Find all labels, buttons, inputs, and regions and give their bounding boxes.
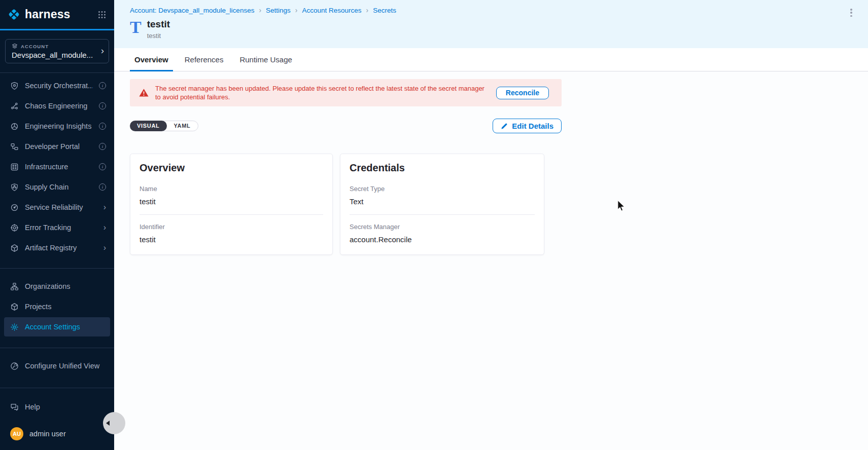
- account-label: ACCOUNT: [21, 44, 49, 49]
- breadcrumb-item: Account: Devspace_all_module_licenses: [130, 7, 254, 14]
- sidebar-item-projects[interactable]: Projects: [4, 297, 110, 316]
- chevron-right-icon: [103, 223, 106, 232]
- flowchart-icon: [10, 142, 19, 151]
- toggle-yaml[interactable]: YAML: [167, 121, 198, 131]
- sidebar-item-supply-chain[interactable]: Supply Chain: [0, 177, 114, 197]
- field-value-secrets-manager: account.Reconcile: [350, 235, 535, 244]
- infrastructure-icon: [10, 163, 19, 171]
- field-value-identifier: testit: [140, 235, 323, 244]
- sidebar-item-error-tracking[interactable]: Error Tracking: [0, 217, 114, 238]
- harness-logo-text: harness: [25, 8, 71, 21]
- page-title: testit: [147, 19, 170, 30]
- banner-message: The secret manager has been updated. Ple…: [155, 84, 484, 101]
- sidebar-item-artifact-registry[interactable]: Artifact Registry: [0, 238, 114, 258]
- toolbar-row: VISUAL YAML Edit Details: [130, 119, 562, 133]
- field-label-identifier: Identifier: [140, 223, 323, 231]
- field-label-name: Name: [140, 185, 323, 193]
- gauge-icon: [10, 203, 19, 212]
- info-icon[interactable]: [99, 123, 106, 130]
- sidebar-item-service-reliability[interactable]: Service Reliability: [0, 197, 114, 217]
- shield-icon: [10, 82, 19, 90]
- toggle-visual[interactable]: VISUAL: [130, 121, 167, 131]
- main-area: Account: Devspace_all_module_licenses Se…: [114, 0, 868, 450]
- breadcrumb-item: Settings: [254, 6, 290, 14]
- sidebar-item-engineering-insights[interactable]: Engineering Insights: [0, 116, 114, 136]
- target-icon: [10, 223, 19, 232]
- chevron-right-icon: ›: [101, 45, 104, 56]
- card-divider: [350, 214, 535, 215]
- chevron-right-icon: [103, 203, 106, 212]
- credentials-card: Credentials Secret Type Text Secrets Man…: [340, 154, 544, 255]
- credentials-card-title: Credentials: [350, 162, 535, 174]
- breadcrumb-link-account[interactable]: Account: Devspace_all_module_licenses: [130, 7, 254, 14]
- chevron-right-icon: [103, 243, 106, 252]
- sidebar-secondary-nav: Organizations Projects Account Settings: [0, 276, 114, 338]
- sidebar-divider: [0, 388, 114, 388]
- wrench-circle-icon: [10, 362, 19, 370]
- layers-icon: [12, 43, 18, 49]
- breadcrumb-link-settings[interactable]: Settings: [266, 7, 291, 14]
- overview-card: Overview Name testit Identifier testit: [130, 154, 333, 255]
- sidebar-divider: [0, 268, 114, 269]
- avatar: AU: [10, 427, 23, 440]
- breadcrumb-link-secrets[interactable]: Secrets: [373, 7, 396, 14]
- breadcrumb: Account: Devspace_all_module_licenses Se…: [130, 6, 855, 14]
- supply-chain-shield-icon: [10, 183, 19, 192]
- sidebar-item-developer-portal[interactable]: Developer Portal: [0, 136, 114, 157]
- account-name: Devspace_all_module...: [12, 51, 103, 59]
- collapse-arrow-icon: [106, 421, 110, 426]
- tab-runtime-usage[interactable]: Runtime Usage: [235, 48, 296, 71]
- visual-yaml-toggle: VISUAL YAML: [130, 121, 198, 131]
- cards-row: Overview Name testit Identifier testit C…: [130, 154, 868, 255]
- content-area: The secret manager has been updated. Ple…: [114, 71, 868, 450]
- module-grid-icon[interactable]: [98, 11, 106, 19]
- edit-details-button[interactable]: Edit Details: [493, 119, 562, 133]
- sidebar-header: harness: [0, 0, 114, 30]
- sidebar-item-account-settings[interactable]: Account Settings: [4, 317, 110, 336]
- page-header: Account: Devspace_all_module_licenses Se…: [114, 0, 868, 48]
- account-switcher[interactable]: ACCOUNT Devspace_all_module... ›: [5, 39, 109, 63]
- insights-icon: [10, 122, 19, 131]
- gear-icon: [10, 323, 19, 331]
- info-icon[interactable]: [99, 143, 106, 150]
- info-icon[interactable]: [99, 183, 106, 191]
- kebab-menu-icon[interactable]: [848, 8, 855, 18]
- reconcile-button[interactable]: Reconcile: [496, 87, 549, 99]
- sidebar-item-user[interactable]: AU admin user: [4, 424, 110, 444]
- harness-logo-icon: [7, 8, 21, 21]
- sidebar-item-configure-unified-view[interactable]: Configure Unified View: [4, 356, 110, 376]
- sidebar-nav: Security Orchestrat... Chaos Engineering…: [0, 73, 114, 258]
- help-chat-icon: [10, 403, 19, 411]
- sidebar-item-chaos-engineering[interactable]: Chaos Engineering: [0, 96, 114, 116]
- breadcrumb-link-account-resources[interactable]: Account Resources: [302, 7, 362, 14]
- overview-card-title: Overview: [140, 162, 323, 174]
- sidebar: harness ACCOUNT Devspace_all_module... ›…: [0, 0, 114, 450]
- sidebar-collapse-handle[interactable]: [103, 412, 125, 434]
- sidebar-item-infrastructure[interactable]: Infrastructure: [0, 157, 114, 177]
- breadcrumb-item: Secrets: [362, 6, 396, 14]
- warning-icon: [139, 88, 149, 97]
- tab-overview[interactable]: Overview: [130, 48, 173, 71]
- field-label-secrets-manager: Secrets Manager: [350, 223, 535, 231]
- tab-bar: Overview References Runtime Usage: [114, 48, 868, 71]
- sidebar-divider: [0, 348, 114, 348]
- pencil-icon: [501, 123, 508, 130]
- info-icon[interactable]: [99, 82, 106, 89]
- project-cube-icon: [10, 303, 19, 311]
- info-icon[interactable]: [99, 102, 106, 109]
- info-icon[interactable]: [99, 163, 106, 170]
- sidebar-item-help[interactable]: Help: [4, 397, 110, 417]
- reconcile-warning-banner: The secret manager has been updated. Ple…: [130, 79, 562, 106]
- sidebar-item-organizations[interactable]: Organizations: [4, 277, 110, 296]
- cube-icon: [10, 244, 19, 252]
- page-subtitle: testit: [147, 32, 170, 40]
- field-label-secret-type: Secret Type: [350, 185, 535, 193]
- secret-type-letter-icon: T: [130, 19, 142, 36]
- field-value-secret-type: Text: [350, 197, 535, 206]
- breadcrumb-item: Account Resources: [291, 6, 362, 14]
- chaos-icon: [10, 102, 19, 110]
- field-value-name: testit: [140, 197, 323, 206]
- card-divider: [140, 214, 323, 215]
- sidebar-item-security-orchestration[interactable]: Security Orchestrat...: [0, 76, 114, 96]
- tab-references[interactable]: References: [180, 48, 228, 71]
